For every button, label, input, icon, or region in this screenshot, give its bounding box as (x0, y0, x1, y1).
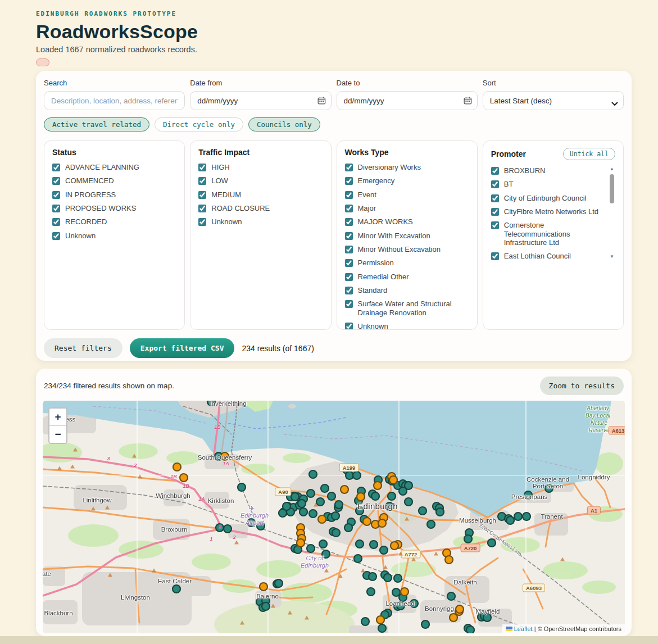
checkbox[interactable] (491, 221, 499, 229)
checkbox[interactable] (345, 246, 353, 253)
checkbox-row[interactable]: East Lothian Council (491, 252, 606, 260)
scroll-up-icon[interactable]: ▲ (609, 166, 615, 172)
checkbox-row[interactable]: PROPOSED WORKS (52, 204, 176, 212)
checkbox-row[interactable]: City of Edinburgh Council (491, 194, 606, 202)
checkbox[interactable] (345, 205, 353, 212)
junction-label: 1A (198, 496, 205, 502)
checkbox-row[interactable]: Unknown (52, 232, 176, 240)
checkbox-row[interactable]: Event (345, 191, 469, 199)
checkbox[interactable] (198, 164, 206, 171)
untick-all-button[interactable]: Untick all (563, 148, 615, 160)
checkbox[interactable] (345, 232, 353, 240)
export-csv-button[interactable]: Export filtered CSV (130, 338, 235, 358)
scrollbar-thumb[interactable] (610, 174, 614, 203)
checkbox[interactable] (345, 300, 353, 308)
checkbox[interactable] (491, 208, 499, 216)
checkbox[interactable] (52, 164, 60, 171)
checkbox-row[interactable]: CityFibre Metro Networks Ltd (491, 207, 606, 216)
checkbox-row[interactable]: IN PROGRESS (52, 191, 176, 199)
checkbox[interactable] (52, 177, 60, 185)
peak-icon (314, 503, 318, 507)
checkbox[interactable] (198, 218, 206, 226)
zoom-in-button[interactable]: + (49, 409, 66, 426)
checkbox[interactable] (52, 232, 60, 240)
search-input[interactable] (44, 91, 185, 110)
peak-icon (234, 541, 239, 545)
checkbox-row[interactable]: Remedial Other (345, 273, 469, 281)
leaflet-link[interactable]: Leaflet (514, 625, 533, 632)
filter-panel-status: StatusADVANCE PLANNINGCOMMENCEDIN PROGRE… (44, 140, 185, 330)
checkbox-row[interactable]: COMMENCED (52, 176, 176, 185)
sort-select[interactable]: Latest Start (desc) (483, 91, 624, 110)
checkbox-row[interactable]: Surface Water and Structural Drainage Re… (345, 300, 469, 317)
checkbox-row[interactable]: LOW (198, 176, 323, 185)
checkbox[interactable] (491, 167, 499, 175)
checkbox[interactable] (52, 218, 60, 226)
checkbox[interactable] (345, 164, 353, 171)
toggle-councils-only[interactable]: Councils only (248, 117, 320, 131)
checkbox-row[interactable]: Major (345, 204, 469, 212)
checkbox-row[interactable]: Cornerstone Telecommunications Infrastru… (491, 221, 606, 247)
checkbox-row[interactable]: Minor With Excavation (345, 232, 469, 240)
checkbox-label: Surface Water and Structural Drainage Re… (358, 300, 469, 317)
date-from-input[interactable] (190, 91, 331, 110)
checkbox[interactable] (52, 205, 60, 212)
checkbox-row[interactable]: Standard (345, 286, 469, 294)
checkbox[interactable] (345, 273, 353, 281)
checkbox-label: ADVANCE PLANNING (65, 163, 139, 171)
checkbox[interactable] (345, 191, 353, 199)
checkbox-row[interactable]: Permission (345, 258, 469, 267)
page-bottom-strip (0, 636, 658, 644)
checkbox[interactable] (198, 177, 206, 185)
checkbox-row[interactable]: HIGH (198, 163, 323, 171)
filter-panel-traffic-impact: Traffic ImpactHIGHLOWMEDIUMROAD CLOSUREU… (190, 140, 331, 330)
status-pill (36, 58, 49, 66)
checkbox[interactable] (345, 218, 353, 226)
checkbox-label: Remedial Other (358, 273, 409, 281)
checkbox-row[interactable]: ADVANCE PLANNING (52, 163, 176, 171)
map-label: Loanhead (385, 600, 414, 607)
checkbox-row[interactable]: RECORDED (52, 217, 176, 226)
checkbox[interactable] (345, 259, 353, 267)
checkbox[interactable] (345, 177, 353, 185)
scrollbar[interactable]: ▲▼ (609, 166, 615, 261)
checkbox[interactable] (198, 191, 206, 199)
checkbox[interactable] (345, 287, 353, 294)
checkbox-row[interactable]: Unknown (198, 217, 323, 226)
checkbox[interactable] (52, 191, 60, 199)
peak-icon (91, 507, 96, 511)
checkbox[interactable] (491, 180, 499, 188)
map-label: Balerno (256, 593, 279, 600)
checkbox[interactable] (345, 323, 353, 330)
checkbox[interactable] (198, 205, 206, 212)
panel-title: Works Type (345, 148, 389, 157)
checkbox-row[interactable]: Diversionary Works (345, 163, 469, 171)
checkbox-row[interactable]: BT (491, 180, 606, 188)
checkbox-row[interactable]: Emergency (345, 176, 469, 185)
checkbox-row[interactable]: MEDIUM (198, 191, 323, 199)
checkbox-row[interactable]: MAJOR WORKS (345, 217, 469, 226)
scroll-down-icon[interactable]: ▼ (609, 254, 615, 260)
checkbox-label: Emergency (358, 176, 395, 185)
map-label: East Calder (158, 578, 192, 584)
checkbox-list: Diversionary WorksEmergencyEventMajorMAJ… (345, 163, 469, 330)
zoom-out-button[interactable]: − (49, 426, 66, 443)
checkbox-row[interactable]: BROXBURN (491, 166, 606, 175)
road-shield: A1 (587, 506, 601, 515)
checkbox[interactable] (491, 194, 499, 202)
checkbox[interactable] (491, 252, 499, 260)
checkbox-row[interactable]: Unknown (345, 322, 469, 330)
leaflet-map[interactable]: InverkeithingBo'nessLinlithgowWinchburgh… (43, 401, 625, 633)
checkbox-label: Unknown (211, 217, 242, 226)
date-to-input[interactable] (337, 91, 478, 110)
zoom-to-results-button[interactable]: Zoom to results (540, 377, 624, 395)
checkbox-row[interactable]: ROAD CLOSURE (198, 204, 323, 212)
reset-filters-button[interactable]: Reset filters (44, 338, 122, 358)
toggle-direct-cycle-only[interactable]: Direct cycle only (155, 117, 243, 131)
date-to-field: Date to (337, 79, 478, 110)
road-shield: A720 (461, 544, 480, 552)
sort-label: Sort (483, 79, 624, 87)
toggle-active-travel-related[interactable]: Active travel related (44, 117, 149, 131)
map-label: Airport (246, 519, 264, 526)
checkbox-row[interactable]: Minor Without Excavation (345, 245, 469, 253)
